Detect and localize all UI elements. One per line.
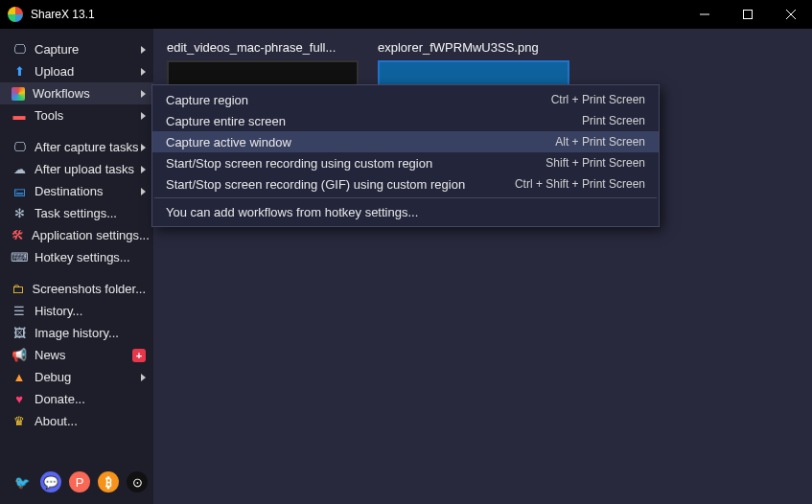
submenu-arrow-icon <box>141 374 146 381</box>
sidebar-item-label: Hotkey settings... <box>35 250 146 264</box>
sidebar-item[interactable]: ☁After upload tasks <box>0 158 153 180</box>
submenu-arrow-icon <box>141 188 146 195</box>
sidebar-item-label: Tools <box>35 108 141 123</box>
workflows-flyout: Capture regionCtrl + Print ScreenCapture… <box>151 84 660 227</box>
flyout-item[interactable]: Start/Stop screen recording using custom… <box>152 152 659 173</box>
flyout-item-shortcut: Alt + Print Screen <box>555 135 645 149</box>
sidebar-item-icon: ▲ <box>12 370 27 385</box>
sidebar-item-icon: ☰ <box>12 304 27 319</box>
maximize-button[interactable] <box>726 0 769 29</box>
discord-icon[interactable]: 💬 <box>40 471 61 493</box>
submenu-arrow-icon <box>141 68 146 76</box>
sidebar-item-label: History... <box>35 304 146 318</box>
sidebar-item-label: Application settings... <box>32 228 150 242</box>
sidebar-item-icon: ☁ <box>12 162 27 177</box>
patreon-icon[interactable]: P <box>69 471 90 493</box>
sidebar-item-icon: ⌨ <box>12 250 27 265</box>
minimize-button[interactable] <box>683 0 726 29</box>
sidebar-item[interactable]: 📢News+ <box>0 344 153 366</box>
sidebar-item-icon: 🖴 <box>12 184 27 199</box>
titlebar: ShareX 13.1 <box>0 0 812 29</box>
flyout-item-label: Start/Stop screen recording (GIF) using … <box>166 177 515 192</box>
sidebar-item-icon: ✻ <box>12 206 27 221</box>
sidebar-item-icon: 🖵 <box>12 42 27 57</box>
sidebar-item[interactable]: 🗀Screenshots folder... <box>0 278 153 300</box>
thumbnail-filename: edit_videos_mac-phrase_full... <box>167 40 359 55</box>
submenu-arrow-icon <box>141 144 146 151</box>
sidebar-item-icon: ♥ <box>12 392 27 407</box>
sidebar-item-label: After upload tasks <box>35 162 141 176</box>
sidebar-item[interactable]: ⌨Hotkey settings... <box>0 246 153 268</box>
sidebar-item[interactable]: ☰History... <box>0 300 153 322</box>
sidebar-item-icon: ♛ <box>12 414 27 429</box>
sidebar-item-label: After capture tasks <box>35 140 141 154</box>
flyout-item[interactable]: Capture regionCtrl + Print Screen <box>152 89 659 110</box>
sidebar-item[interactable]: ♥Donate... <box>0 388 153 410</box>
social-icons: 🐦 💬 P ₿ ⊙ <box>12 471 148 493</box>
sidebar-item-label: Screenshots folder... <box>32 282 146 296</box>
sidebar-item-icon: 📢 <box>12 348 27 363</box>
submenu-arrow-icon <box>141 46 146 54</box>
sidebar-item-label: Capture <box>35 42 141 57</box>
sidebar-item-label: Image history... <box>35 326 146 340</box>
sidebar-item[interactable]: ⬆Upload <box>0 60 153 82</box>
flyout-item[interactable]: Start/Stop screen recording (GIF) using … <box>152 173 659 195</box>
sidebar-item-icon: 🖾 <box>12 326 27 341</box>
sidebar-item[interactable]: ♛About... <box>0 410 153 432</box>
sidebar-item[interactable]: ✻Task settings... <box>0 202 153 224</box>
sidebar-item[interactable]: ▲Debug <box>0 366 153 388</box>
sidebar-item[interactable]: 🖵Capture <box>0 38 153 60</box>
flyout-item-shortcut: Print Screen <box>582 114 645 127</box>
sidebar-item-label: News <box>35 348 132 362</box>
thumbnail-filename: explorer_fWPRMwU3SS.png <box>378 40 569 55</box>
close-button[interactable] <box>769 0 812 29</box>
twitter-icon[interactable]: 🐦 <box>12 471 33 493</box>
sidebar-item-icon: 🗀 <box>12 282 24 297</box>
submenu-arrow-icon <box>141 166 146 173</box>
flyout-item-label: Capture active window <box>166 135 555 149</box>
submenu-arrow-icon <box>141 112 146 120</box>
sidebar-item-icon: 🖵 <box>12 140 27 155</box>
sidebar: 🖵Capture⬆UploadWorkflows▬Tools🖵After cap… <box>0 29 153 504</box>
sidebar-item[interactable]: 🖵After capture tasks <box>0 136 153 158</box>
flyout-item-label: Capture entire screen <box>166 114 582 128</box>
flyout-item-label: Start/Stop screen recording using custom… <box>166 156 545 171</box>
close-icon <box>786 10 796 19</box>
maximize-icon <box>743 10 753 19</box>
flyout-item-shortcut: Ctrl + Print Screen <box>551 93 645 106</box>
minimize-icon <box>700 10 709 19</box>
sidebar-item[interactable]: ▬Tools <box>0 104 153 126</box>
flyout-item[interactable]: Capture active windowAlt + Print Screen <box>152 131 659 152</box>
news-badge: + <box>132 349 146 362</box>
sidebar-item-label: About... <box>35 414 146 428</box>
flyout-divider <box>154 197 657 198</box>
sidebar-item-label: Upload <box>35 64 141 79</box>
bitcoin-icon[interactable]: ₿ <box>98 471 119 493</box>
sidebar-item-label: Debug <box>35 370 141 384</box>
flyout-footer[interactable]: You can add workflows from hotkey settin… <box>152 201 659 222</box>
flyout-item-label: Capture region <box>166 93 551 107</box>
sidebar-item-label: Donate... <box>35 392 146 406</box>
sidebar-item-label: Destinations <box>35 184 141 198</box>
sidebar-item[interactable]: Workflows <box>0 82 153 104</box>
sidebar-item-icon: ⬆ <box>12 64 27 80</box>
window-title: ShareX 13.1 <box>31 8 683 21</box>
flyout-footer-label: You can add workflows from hotkey settin… <box>166 205 645 219</box>
sidebar-item-label: Workflows <box>33 86 141 101</box>
flyout-item[interactable]: Capture entire screenPrint Screen <box>152 110 659 131</box>
flyout-item-shortcut: Shift + Print Screen <box>545 156 645 170</box>
github-icon[interactable]: ⊙ <box>127 471 148 493</box>
svg-rect-1 <box>743 11 752 19</box>
sidebar-item-icon: ▬ <box>12 108 27 124</box>
flyout-item-shortcut: Ctrl + Shift + Print Screen <box>515 177 645 191</box>
sidebar-item-label: Task settings... <box>35 206 146 220</box>
sidebar-item-icon <box>12 87 25 101</box>
sidebar-item[interactable]: 🛠Application settings... <box>0 224 153 246</box>
submenu-arrow-icon <box>141 90 146 98</box>
sidebar-item-icon: 🛠 <box>12 228 24 243</box>
sidebar-item[interactable]: 🖴Destinations <box>0 180 153 202</box>
app-logo-icon <box>8 7 23 22</box>
sidebar-item[interactable]: 🖾Image history... <box>0 322 153 344</box>
